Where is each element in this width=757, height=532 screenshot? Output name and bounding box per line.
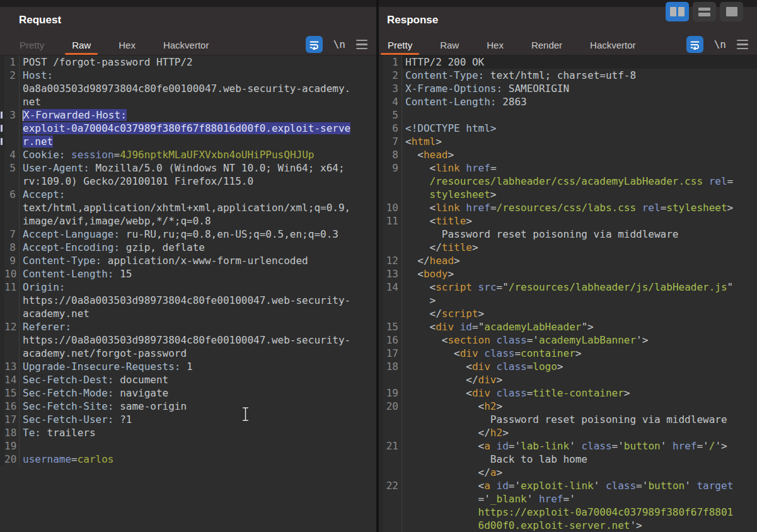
code-line[interactable]: https://0a8a003503d98973804c80fe00100047… — [0, 333, 376, 347]
menu-icon[interactable] — [737, 40, 748, 50]
code-line[interactable]: 11Origin: — [0, 280, 376, 294]
code-line[interactable]: 13 <body> — [379, 267, 757, 280]
code-line[interactable]: 0a8a003503d98973804c80fe00100047.web-sec… — [0, 82, 376, 95]
line-number: 19 — [383, 386, 402, 400]
tab-pretty[interactable]: Pretty — [381, 35, 419, 55]
code-line[interactable]: 8 <head> — [379, 148, 757, 161]
code-line[interactable]: 8Accept-Encoding: gzip, deflate — [0, 241, 376, 254]
code-line[interactable]: </a> — [379, 466, 757, 479]
code-text: HTTP/2 200 OK — [402, 55, 757, 69]
code-line[interactable]: 20 <h2> — [379, 400, 757, 413]
code-line[interactable]: image/avif,image/webp,*/*;q=0.8 — [0, 214, 376, 228]
code-line[interactable]: academy.net — [0, 307, 376, 320]
code-line[interactable]: https://exploit-0a70004c037989f380f67f88… — [379, 506, 757, 519]
tab-hex[interactable]: Hex — [112, 35, 142, 55]
single-pane-view-button[interactable] — [720, 2, 743, 21]
code-line[interactable]: 15 <div id="academyLabHeader"> — [379, 320, 757, 333]
code-line[interactable]: 20username=carlos — [0, 453, 376, 466]
code-line[interactable]: 2Content-Type: text/html; charset=utf-8 — [379, 69, 757, 82]
code-line[interactable]: 6Accept: — [0, 188, 376, 201]
tab-hackvertor[interactable]: Hackvertor — [583, 35, 643, 55]
code-line[interactable]: 22 <a id='exploit-link' class='button' t… — [379, 479, 757, 492]
code-line[interactable]: 1HTTP/2 200 OK — [379, 55, 757, 69]
code-line[interactable]: 6<!DOCTYPE html> — [379, 122, 757, 135]
tab-hackvertor[interactable]: Hackvertor — [156, 35, 216, 55]
tab-hex[interactable]: Hex — [480, 35, 511, 55]
code-line[interactable]: 9 <link href= — [379, 161, 757, 175]
response-editor[interactable]: 1HTTP/2 200 OK2Content-Type: text/html; … — [379, 55, 757, 532]
code-line[interactable]: 9Content-Type: application/x-www-form-ur… — [0, 254, 376, 267]
code-line[interactable]: 5User-Agent: Mozilla/5.0 (Windows NT 10.… — [0, 161, 376, 175]
code-line[interactable]: 16 <section class='academyLabBanner'> — [379, 333, 757, 347]
code-line[interactable]: </script> — [379, 307, 757, 320]
code-line[interactable]: 7Accept-Language: ru-RU,ru;q=0.8,en-US;q… — [0, 228, 376, 241]
code-line[interactable]: 7<html> — [379, 135, 757, 148]
code-line[interactable]: 4Cookie: session=4J96nptkMLaUFXVxbn4oUHi… — [0, 148, 376, 161]
wrap-lines-icon[interactable] — [686, 36, 703, 53]
code-line[interactable]: 3X-Forwarded-Host: — [0, 108, 376, 122]
line-number: 8 — [383, 148, 402, 161]
code-text: Content-Type: text/html; charset=utf-8 — [402, 69, 757, 82]
code-line[interactable]: net — [0, 95, 376, 108]
code-line[interactable]: 12 </head> — [379, 254, 757, 267]
code-line[interactable]: 4Content-Length: 2863 — [379, 95, 757, 108]
code-line[interactable]: 5 — [379, 108, 757, 122]
line-number: 19 — [4, 439, 20, 453]
code-line[interactable]: academy.net/forgot-password — [0, 347, 376, 360]
code-line[interactable]: exploit-0a70004c037989f380f67f88016d00f0… — [0, 122, 376, 135]
code-line[interactable]: 6d00f0.exploit-server.net'> — [379, 519, 757, 532]
code-line[interactable]: 18 <div class=logo> — [379, 360, 757, 373]
code-line[interactable]: 17Sec-Fetch-User: ?1 — [0, 413, 376, 426]
side-by-side-view-button[interactable] — [666, 2, 689, 21]
tab-pretty[interactable]: Pretty — [13, 35, 51, 55]
code-line[interactable]: </div> — [379, 373, 757, 386]
code-line[interactable]: Back to lab home — [379, 453, 757, 466]
code-line[interactable]: 11 <title> — [379, 214, 757, 228]
menu-icon[interactable] — [356, 40, 367, 50]
tab-raw[interactable]: Raw — [65, 35, 98, 55]
code-line[interactable]: 19 — [0, 439, 376, 453]
code-line[interactable]: 19 <div class=title-container> — [379, 386, 757, 400]
code-line[interactable]: 16Sec-Fetch-Site: same-origin — [0, 400, 376, 413]
code-line[interactable]: /resources/labheader/css/academyLabHeade… — [379, 175, 757, 188]
code-line[interactable]: 3X-Frame-Options: SAMEORIGIN — [379, 82, 757, 95]
code-line[interactable]: Password reset poisoning via middleware — [379, 228, 757, 241]
code-line[interactable]: 14Sec-Fetch-Dest: document — [0, 373, 376, 386]
code-line[interactable]: 10 <link href=/resources/css/labs.css re… — [379, 201, 757, 214]
annotation-strip — [379, 55, 383, 69]
code-line[interactable]: > — [379, 294, 757, 307]
wrap-lines-icon[interactable] — [306, 36, 323, 53]
tab-raw[interactable]: Raw — [433, 35, 466, 55]
code-line[interactable]: 15Sec-Fetch-Mode: navigate — [0, 386, 376, 400]
code-text: <div id="academyLabHeader"> — [402, 320, 757, 333]
code-line[interactable]: 13Upgrade-Insecure-Requests: 1 — [0, 360, 376, 373]
code-line[interactable]: ='_blank' href=' — [379, 492, 757, 506]
line-number: 11 — [383, 214, 402, 228]
code-line[interactable]: 2Host: — [0, 69, 376, 82]
tab-render[interactable]: Render — [524, 35, 569, 55]
code-line[interactable]: 21 <a id='lab-link' class='button' href=… — [379, 439, 757, 453]
code-line[interactable]: stylesheet> — [379, 188, 757, 201]
newline-toggle-icon[interactable]: \n — [714, 38, 726, 50]
code-line[interactable]: https://0a8a003503d98973804c80fe00100047… — [0, 294, 376, 307]
code-line[interactable]: 12Referer: — [0, 320, 376, 333]
line-number: 17 — [4, 413, 20, 426]
stacked-view-button[interactable] — [693, 2, 716, 21]
code-line[interactable]: text/html,application/xhtml+xml,applicat… — [0, 201, 376, 214]
code-line[interactable]: 1POST /forgot-password HTTP/2 — [0, 55, 376, 69]
code-line[interactable]: 18Te: trailers — [0, 426, 376, 439]
code-line[interactable]: </h2> — [379, 426, 757, 439]
line-number: 11 — [4, 280, 20, 294]
line-number — [383, 241, 402, 254]
code-line[interactable]: r.net — [0, 135, 376, 148]
code-text: r.net — [20, 135, 376, 148]
request-editor[interactable]: 1POST /forgot-password HTTP/22Host:0a8a0… — [0, 55, 376, 532]
newline-toggle-icon[interactable]: \n — [333, 38, 345, 50]
code-line[interactable]: 17 <div class=container> — [379, 347, 757, 360]
burp-message-editor-window: Request PrettyRawHexHackvertor \n 1POST … — [0, 0, 757, 532]
code-line[interactable]: rv:109.0) Gecko/20100101 Firefox/115.0 — [0, 175, 376, 188]
code-line[interactable]: 10Content-Length: 15 — [0, 267, 376, 280]
code-line[interactable]: 14 <script src="/resources/labheader/js/… — [379, 280, 757, 294]
code-line[interactable]: </title> — [379, 241, 757, 254]
code-line[interactable]: Password reset poisoning via middleware — [379, 413, 757, 426]
